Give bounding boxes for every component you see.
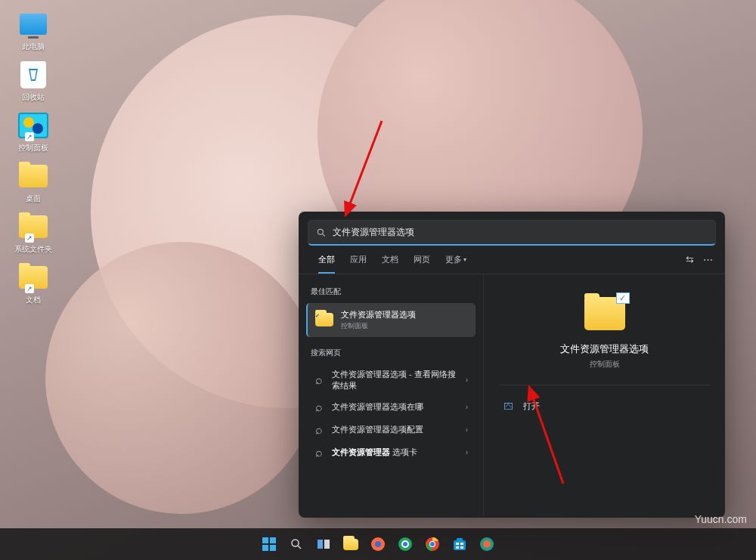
web-result-text: 文件资源管理器选项 - 查看网络搜索结果 <box>332 369 458 391</box>
search-icon: ⌕ <box>314 423 324 437</box>
tab-apps[interactable]: 应用 <box>342 246 374 274</box>
tab-all[interactable]: 全部 <box>311 246 342 274</box>
taskbar-app-browser1[interactable] <box>367 533 389 555</box>
desktop-icon-this-pc[interactable]: 此电脑 <box>9 9 57 52</box>
svg-point-19 <box>430 542 435 546</box>
search-icon: ⌕ <box>314 446 324 459</box>
svg-rect-25 <box>460 546 463 549</box>
search-tabs: 全部 应用 文档 网页 更多▾ ⇆ ⋯ <box>299 246 725 274</box>
desktop-icon-folder-system[interactable]: ↗ 系统文件夹 <box>9 212 57 255</box>
search-icon: ⌕ <box>314 373 324 387</box>
this-pc-icon <box>20 14 47 35</box>
open-action[interactable]: ⮹ 打开 <box>499 396 710 416</box>
taskbar-search-button[interactable] <box>285 533 308 555</box>
folder-options-large-icon: ✓ <box>584 297 625 330</box>
svg-rect-20 <box>454 540 466 550</box>
svg-point-13 <box>375 541 381 547</box>
section-header-best: 最佳匹配 <box>311 286 471 297</box>
web-result-text: 文件资源管理器 选项卡 <box>332 447 458 458</box>
taskbar-app-browser2[interactable] <box>394 533 417 555</box>
taskbar-app-media[interactable] <box>476 533 498 555</box>
desktop-icon-control-panel[interactable]: ↗ 控制面板 <box>9 110 57 153</box>
svg-rect-23 <box>460 543 463 545</box>
web-result-item[interactable]: ⌕ 文件资源管理器选项 - 查看网络搜索结果 › <box>306 364 476 396</box>
folder-options-icon: ✓ <box>315 313 333 328</box>
web-result-text: 文件资源管理器选项配置 <box>332 424 458 435</box>
search-box[interactable] <box>308 220 716 246</box>
taskbar <box>0 528 756 560</box>
shortcut-overlay-icon: ↗ <box>25 234 34 243</box>
start-button[interactable] <box>258 533 280 555</box>
svg-point-8 <box>292 540 299 546</box>
media-icon <box>479 537 494 552</box>
start-search-panel: 全部 应用 文档 网页 更多▾ ⇆ ⋯ 最佳匹配 ✓ 文件资源管理器选项 控制面… <box>299 212 725 518</box>
open-external-icon: ⮹ <box>503 401 516 412</box>
search-preview-pane: ✓ 文件资源管理器选项 控制面板 ⮹ 打开 <box>483 274 725 515</box>
svg-rect-10 <box>318 540 323 549</box>
web-result-text: 文件资源管理器选项在哪 <box>332 401 458 413</box>
tab-documents[interactable]: 文档 <box>374 246 406 274</box>
taskbar-app-explorer[interactable] <box>339 533 362 555</box>
taskbar-app-chrome[interactable] <box>421 533 444 555</box>
svg-rect-4 <box>262 537 268 543</box>
desktop-label: 此电脑 <box>22 42 45 52</box>
more-options-icon[interactable]: ⋯ <box>703 254 713 265</box>
search-icon: ⌕ <box>314 401 324 414</box>
feedback-icon[interactable]: ⇆ <box>686 254 694 265</box>
shortcut-overlay-icon: ↗ <box>25 132 34 141</box>
svg-rect-11 <box>324 540 330 549</box>
chevron-right-icon: › <box>466 425 468 434</box>
preview-title: 文件资源管理器选项 <box>560 342 649 356</box>
desktop-icon-recycle-bin[interactable]: 回收站 <box>9 60 57 103</box>
task-view-icon <box>317 537 330 551</box>
svg-point-16 <box>403 542 407 546</box>
svg-line-9 <box>298 546 301 549</box>
desktop-label: 系统文件夹 <box>14 244 52 255</box>
chevron-right-icon: › <box>466 376 468 384</box>
preview-sub: 控制面板 <box>590 359 620 370</box>
svg-rect-24 <box>456 546 459 549</box>
web-result-item[interactable]: ⌕ 文件资源管理器 选项卡 › <box>306 441 476 464</box>
svg-rect-7 <box>270 545 276 551</box>
windows-logo-icon <box>262 537 277 552</box>
store-icon <box>452 537 467 552</box>
browser-icon <box>398 537 413 552</box>
divider <box>499 385 710 385</box>
watermark: Yuucn.com <box>695 513 747 525</box>
desktop-label: 文档 <box>26 295 41 305</box>
folder-icon <box>343 539 358 550</box>
svg-line-1 <box>323 234 325 236</box>
search-input[interactable] <box>333 227 708 238</box>
chrome-icon <box>425 537 440 552</box>
desktop-label: 控制面板 <box>18 143 48 153</box>
desktop-icons: 此电脑 回收站 ↗ 控制面板 桌面 ↗ 系统文件夹 ↗ 文档 <box>9 9 57 313</box>
svg-rect-5 <box>270 537 276 543</box>
shortcut-overlay-icon: ↗ <box>25 284 34 293</box>
svg-point-0 <box>318 229 323 234</box>
search-icon <box>290 537 303 551</box>
open-label: 打开 <box>523 401 540 412</box>
search-icon <box>316 227 327 238</box>
taskbar-app-store[interactable] <box>448 533 471 555</box>
task-view-button[interactable] <box>312 533 335 555</box>
tab-web[interactable]: 网页 <box>406 246 438 274</box>
section-header-web: 搜索网页 <box>311 348 471 358</box>
svg-point-27 <box>483 540 491 548</box>
desktop-icon-folder-documents[interactable]: ↗ 文档 <box>9 262 57 305</box>
web-result-item[interactable]: ⌕ 文件资源管理器选项在哪 › <box>306 396 476 419</box>
tab-more[interactable]: 更多▾ <box>438 246 474 274</box>
best-match-item[interactable]: ✓ 文件资源管理器选项 控制面板 <box>306 303 476 337</box>
chevron-down-icon: ▾ <box>463 256 466 263</box>
desktop-label: 回收站 <box>22 92 45 103</box>
chevron-right-icon: › <box>466 448 468 456</box>
svg-rect-22 <box>456 543 459 545</box>
best-match-title: 文件资源管理器选项 <box>341 309 416 320</box>
web-result-item[interactable]: ⌕ 文件资源管理器选项配置 › <box>306 419 476 441</box>
search-results-list: 最佳匹配 ✓ 文件资源管理器选项 控制面板 搜索网页 ⌕ 文件资源管理器选项 -… <box>299 274 483 515</box>
browser-icon <box>370 537 386 552</box>
desktop-icon-folder-desktop[interactable]: 桌面 <box>9 161 57 204</box>
recycle-bin-icon <box>20 61 46 88</box>
svg-rect-21 <box>457 538 463 540</box>
svg-rect-6 <box>262 545 268 551</box>
desktop-label: 桌面 <box>26 193 41 204</box>
